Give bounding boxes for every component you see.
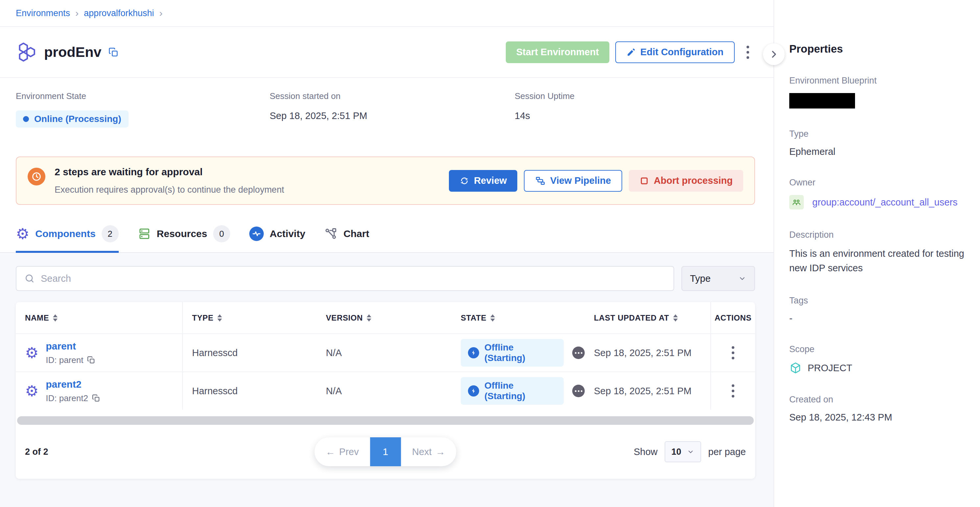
- page-1-button[interactable]: 1: [370, 437, 401, 466]
- gear-icon: ⚙: [16, 226, 29, 242]
- gear-icon: ⚙: [25, 345, 38, 360]
- copy-id-icon[interactable]: [87, 356, 95, 364]
- search-input[interactable]: [41, 273, 666, 284]
- component-id: ID: parent2: [46, 393, 88, 404]
- component-name-link[interactable]: parent: [46, 341, 95, 352]
- type-filter-dropdown[interactable]: Type: [681, 266, 755, 291]
- created-on-value: Sep 18, 2025, 12:43 PM: [789, 412, 967, 423]
- tags-label: Tags: [789, 296, 967, 306]
- type-value: Ephemeral: [789, 146, 967, 157]
- review-label: Review: [474, 175, 507, 186]
- column-header-actions: ACTIONS: [710, 302, 755, 334]
- page-title: prodEnv: [44, 44, 101, 60]
- tab-resources[interactable]: Resources 0: [138, 225, 230, 253]
- prev-page-button[interactable]: ← Prev: [314, 437, 370, 466]
- approval-banner: 2 steps are waiting for approval Executi…: [16, 156, 755, 205]
- component-state-badge: Offline (Starting): [461, 377, 564, 405]
- session-uptime-value: 14s: [515, 110, 574, 121]
- session-started-value: Sep 18, 2025, 2:51 PM: [270, 110, 515, 121]
- type-label: Type: [789, 129, 967, 139]
- description-value: This is an environment created for testi…: [789, 246, 967, 275]
- collapse-panel-button[interactable]: [763, 43, 785, 65]
- type-filter-label: Type: [690, 273, 711, 284]
- header-kebab-menu[interactable]: [741, 42, 755, 63]
- tab-chart[interactable]: Chart: [324, 225, 369, 253]
- start-environment-button[interactable]: Start Environment: [506, 41, 609, 63]
- show-label: Show: [634, 447, 658, 457]
- components-table: NAME TYPE VERSION STATE LAST UPDATED AT …: [16, 302, 755, 479]
- start-environment-label: Start Environment: [516, 47, 599, 57]
- environment-state-badge: Online (Processing): [16, 110, 129, 127]
- tags-value: -: [789, 313, 967, 324]
- tab-components-label: Components: [35, 228, 95, 239]
- copy-title-icon[interactable]: [108, 47, 118, 57]
- row-kebab-menu[interactable]: [726, 380, 740, 402]
- approve-cycle-icon: [460, 176, 469, 186]
- column-header-state[interactable]: STATE: [452, 302, 585, 334]
- sort-icon: [367, 314, 371, 321]
- search-box: [16, 266, 674, 291]
- view-pipeline-button[interactable]: View Pipeline: [524, 170, 622, 192]
- column-header-type[interactable]: TYPE: [183, 302, 317, 334]
- chevron-down-icon: [738, 274, 746, 283]
- environment-hexagon-icon: [16, 42, 37, 63]
- clock-icon: [28, 168, 45, 186]
- tab-bar: ⚙ Components 2 Resources 0 Activity Char…: [0, 225, 773, 253]
- banner-title: 2 steps are waiting for approval: [54, 166, 284, 178]
- table-row: ⚙ parent ID: parent Harnesscd N/A Offlin…: [16, 334, 755, 372]
- environment-state-label: Environment State: [16, 91, 270, 101]
- view-pipeline-label: View Pipeline: [550, 175, 611, 186]
- processing-ellipsis-icon: [572, 346, 585, 359]
- per-page-label: per page: [708, 447, 746, 457]
- owner-group-link[interactable]: group:account/_account_all_users: [812, 197, 958, 208]
- sort-icon: [673, 314, 678, 321]
- pencil-icon: [627, 48, 636, 57]
- component-type: Harnesscd: [183, 372, 317, 410]
- column-header-version[interactable]: VERSION: [317, 302, 452, 334]
- lightning-icon: [468, 347, 479, 358]
- owner-label: Owner: [789, 178, 967, 188]
- components-panel: Type NAME TYPE VERSION STATE: [0, 253, 773, 507]
- arrow-right-icon: →: [436, 447, 445, 457]
- component-version: N/A: [317, 372, 452, 410]
- page-size-dropdown[interactable]: 10: [665, 441, 701, 462]
- component-type: Harnesscd: [183, 334, 317, 372]
- cube-icon: [789, 362, 802, 374]
- page-header: prodEnv Start Environment Edit Configura…: [0, 27, 773, 78]
- next-page-button[interactable]: Next →: [401, 437, 457, 466]
- breadcrumb-approvalforkhushi[interactable]: approvalforkhushi: [84, 8, 154, 18]
- chevron-down-icon: [687, 448, 695, 456]
- breadcrumb-environments[interactable]: Environments: [16, 8, 70, 18]
- horizontal-scrollbar[interactable]: [17, 416, 754, 425]
- gear-icon: ⚙: [25, 383, 38, 399]
- review-button[interactable]: Review: [449, 170, 517, 192]
- processing-ellipsis-icon: [572, 385, 585, 397]
- properties-panel: Properties Environment Blueprint Type Ep…: [773, 0, 980, 507]
- column-header-last-updated[interactable]: LAST UPDATED AT: [585, 302, 710, 334]
- arrow-left-icon: ←: [326, 447, 335, 457]
- table-header-row: NAME TYPE VERSION STATE LAST UPDATED AT …: [16, 302, 755, 334]
- row-kebab-menu[interactable]: [726, 342, 740, 363]
- copy-id-icon[interactable]: [92, 394, 100, 402]
- resources-stack-icon: [138, 227, 151, 240]
- component-name-link[interactable]: parent2: [46, 379, 100, 390]
- components-count-badge: 2: [102, 225, 119, 242]
- abort-processing-button[interactable]: Abort processing: [629, 170, 743, 192]
- component-version: N/A: [317, 334, 452, 372]
- edit-configuration-button[interactable]: Edit Configuration: [615, 41, 735, 63]
- breadcrumb-separator-icon: ›: [75, 8, 79, 19]
- tab-activity-label: Activity: [270, 228, 305, 239]
- column-header-name[interactable]: NAME: [16, 302, 183, 334]
- session-started-label: Session started on: [270, 91, 515, 101]
- blueprint-label: Environment Blueprint: [789, 76, 967, 86]
- sort-icon: [53, 314, 57, 321]
- tab-components[interactable]: ⚙ Components 2: [16, 225, 119, 253]
- table-row: ⚙ parent2 ID: parent2 Harnesscd N/A Offl…: [16, 372, 755, 410]
- resources-count-badge: 0: [213, 225, 230, 242]
- sort-icon: [217, 314, 222, 321]
- breadcrumb-separator-icon: ›: [159, 8, 162, 19]
- tab-resources-label: Resources: [157, 228, 207, 239]
- created-on-label: Created on: [789, 394, 967, 405]
- stop-square-icon: [639, 176, 649, 186]
- tab-activity[interactable]: Activity: [249, 225, 305, 253]
